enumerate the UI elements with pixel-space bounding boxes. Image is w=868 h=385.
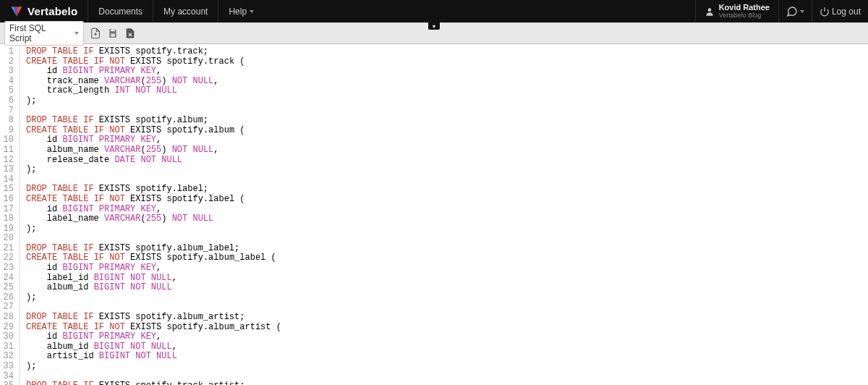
code-line[interactable]: id BIGINT PRIMARY KEY, — [26, 263, 281, 274]
code-line[interactable]: album_id BIGINT NOT NULL — [26, 283, 281, 293]
collapse-handle-icon[interactable]: ▾ — [428, 22, 440, 30]
code-line[interactable]: CREATE TABLE IF NOT EXISTS spotify.album… — [26, 253, 281, 263]
save-icon — [107, 28, 119, 39]
code-line[interactable]: track_length INT NOT NULL — [26, 86, 281, 96]
toolbar: ▾ First SQL Script — [0, 22, 868, 44]
code-line[interactable]: ); — [26, 165, 281, 175]
chat-bubble-icon — [786, 6, 798, 17]
code-line[interactable]: label_name VARCHAR(255) NOT NULL — [26, 214, 281, 224]
chevron-down-icon — [75, 32, 79, 35]
user-icon — [705, 7, 715, 17]
user-menu[interactable]: Kovid Rathee Vertabelo Blog — [695, 0, 778, 22]
new-file-button[interactable] — [90, 28, 101, 39]
chevron-down-icon — [250, 10, 254, 13]
svg-point-0 — [707, 8, 711, 12]
code-line[interactable]: id BIGINT PRIMARY KEY, — [26, 205, 281, 215]
code-line[interactable]: DROP TABLE IF EXISTS spotify.label; — [26, 185, 281, 195]
code-line[interactable] — [26, 106, 281, 117]
svg-rect-4 — [111, 29, 114, 31]
code-line[interactable]: DROP TABLE IF EXISTS spotify.album_label… — [26, 244, 281, 254]
code-line[interactable]: CREATE TABLE IF NOT EXISTS spotify.track… — [26, 57, 281, 67]
top-nav: Documents My account Help — [88, 0, 264, 22]
top-right: Kovid Rathee Vertabelo Blog Log out — [695, 0, 868, 22]
code-editor[interactable]: 1234567891011121314151617181920212223242… — [0, 44, 868, 385]
code-line[interactable] — [26, 372, 281, 382]
brand-name: Vertabelo — [27, 5, 77, 17]
svg-rect-5 — [111, 34, 114, 37]
script-selector[interactable]: First SQL Script — [4, 21, 84, 46]
code-line[interactable]: DROP TABLE IF EXISTS spotify.track_artis… — [26, 381, 281, 385]
code-line[interactable]: DROP TABLE IF EXISTS spotify.album_artis… — [26, 313, 281, 323]
code-line[interactable]: label_id BIGINT NOT NULL, — [26, 274, 281, 284]
code-line[interactable]: CREATE TABLE IF NOT EXISTS spotify.album… — [26, 126, 281, 136]
delete-button[interactable] — [124, 28, 136, 39]
nav-my-account[interactable]: My account — [153, 0, 218, 22]
nav-help-label: Help — [229, 7, 247, 17]
logout-button[interactable]: Log out — [812, 0, 868, 22]
top-bar: Vertabelo Documents My account Help Kovi… — [0, 0, 868, 22]
chat-button[interactable] — [778, 0, 812, 22]
code-line[interactable]: id BIGINT PRIMARY KEY, — [26, 332, 281, 342]
user-name: Kovid Rathee — [719, 4, 770, 12]
code-line[interactable] — [26, 234, 281, 244]
script-name: First SQL Script — [9, 23, 70, 43]
power-icon — [820, 7, 830, 17]
code-line[interactable]: id BIGINT PRIMARY KEY, — [26, 67, 281, 77]
code-line[interactable]: album_name VARCHAR(255) NOT NULL, — [26, 145, 281, 156]
save-button[interactable] — [107, 28, 119, 39]
code-line[interactable]: DROP TABLE IF EXISTS spotify.album; — [26, 116, 281, 126]
file-plus-icon — [90, 28, 101, 39]
code-line[interactable]: CREATE TABLE IF NOT EXISTS spotify.album… — [26, 323, 281, 333]
nav-help[interactable]: Help — [218, 0, 264, 22]
code-line[interactable] — [26, 302, 281, 313]
code-line[interactable]: ); — [26, 362, 281, 372]
code-line[interactable]: ); — [26, 293, 281, 303]
logout-label: Log out — [832, 7, 861, 17]
code-line[interactable]: id BIGINT PRIMARY KEY, — [26, 135, 281, 145]
line-number-gutter: 1234567891011121314151617181920212223242… — [0, 44, 20, 385]
code-line[interactable]: track_name VARCHAR(255) NOT NULL, — [26, 77, 281, 87]
user-subtitle: Vertabelo Blog — [719, 12, 770, 19]
chevron-down-icon — [800, 10, 804, 13]
code-line[interactable]: DROP TABLE IF EXISTS spotify.track; — [26, 47, 281, 57]
brand-logo[interactable]: Vertabelo — [0, 5, 88, 18]
nav-documents[interactable]: Documents — [88, 0, 153, 22]
logo-icon — [10, 5, 23, 18]
code-line[interactable]: ); — [26, 96, 281, 106]
file-x-icon — [124, 28, 136, 39]
code-line[interactable]: CREATE TABLE IF NOT EXISTS spotify.label… — [26, 195, 281, 205]
code-line[interactable]: release_date DATE NOT NULL — [26, 156, 281, 166]
code-line[interactable]: album_id BIGINT NOT NULL, — [26, 342, 281, 352]
code-line[interactable]: ); — [26, 224, 281, 234]
code-line[interactable]: artist_id BIGINT NOT NULL — [26, 352, 281, 362]
code-area[interactable]: DROP TABLE IF EXISTS spotify.track;CREAT… — [20, 44, 287, 385]
code-line[interactable] — [26, 175, 281, 185]
